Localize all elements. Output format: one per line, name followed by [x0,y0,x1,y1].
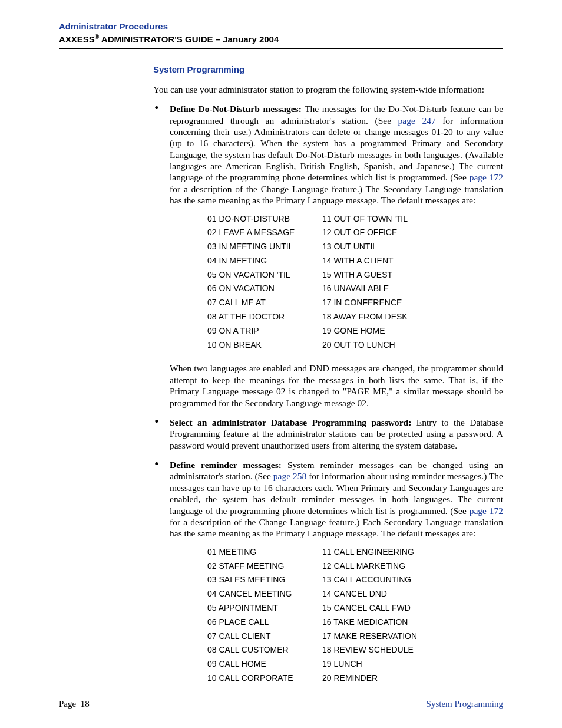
cell: 17 IN CONFERENCE [322,296,437,310]
table-row: 04 IN MEETING14 WITH A CLIENT [207,254,503,268]
cell: 18 AWAY FROM DESK [322,310,437,324]
header-rule [59,48,503,49]
section-heading: System Programming [153,64,503,75]
table-row: 08 AT THE DOCTOR18 AWAY FROM DESK [207,310,503,324]
cell: 15 WITH A GUEST [322,268,437,282]
table-row: 10 CALL CORPORATE20 REMINDER [207,671,503,686]
table-row: 03 SALES MEETING13 CALL ACCOUNTING [207,573,503,587]
header-doc-title: AXXESS® ADMINISTRATOR'S GUIDE – January … [59,34,503,44]
cell: 19 LUNCH [322,657,437,671]
cell: 10 ON BREAK [207,338,322,353]
page-footer: Page 18 System Programming [59,699,503,709]
page-num-value: 18 [81,699,90,709]
cell: 02 STAFF MEETING [207,559,322,574]
cell: 06 ON VACATION [207,282,322,296]
cell: 13 OUT UNTIL [322,240,437,254]
cell: 10 CALL CORPORATE [207,671,322,686]
table-row: 07 CALL CLIENT17 MAKE RESERVATION [207,630,503,644]
cell: 03 SALES MEETING [207,573,322,587]
table-row: 06 PLACE CALL16 TAKE MEDICATION [207,615,503,630]
bullet-lead: Define reminder messages: [170,460,282,470]
intro-paragraph: You can use your administrator station t… [153,84,503,95]
cell: 20 REMINDER [322,671,437,686]
page-link-247[interactable]: page 247 [398,116,436,126]
bullet-db-password: Select an administrator Database Program… [153,417,503,451]
cell: 06 PLACE CALL [207,615,322,630]
cell: 07 CALL ME AT [207,296,322,310]
table-row: 01 MEETING11 CALL ENGINEERING [207,545,503,559]
page-number: Page 18 [59,699,90,709]
table-row: 03 IN MEETING UNTIL13 OUT UNTIL [207,240,503,254]
cell: 15 CANCEL CALL FWD [322,601,437,615]
doc-subtitle: ADMINISTRATOR'S GUIDE – January 2004 [99,34,279,44]
cell: 14 CANCEL DND [322,587,437,601]
table-row: 09 ON A TRIP19 GONE HOME [207,324,503,338]
cell: 17 MAKE RESERVATION [322,630,437,644]
cell: 04 IN MEETING [207,254,322,268]
footer-section-link[interactable]: System Programming [427,699,503,709]
header-section-title: Administrator Procedures [59,21,503,31]
table-row: 07 CALL ME AT17 IN CONFERENCE [207,296,503,310]
cell: 19 GONE HOME [322,324,437,338]
cell: 18 REVIEW SCHEDULE [322,643,437,657]
table-row: 05 ON VACATION 'TIL15 WITH A GUEST [207,268,503,282]
table-row: 09 CALL HOME19 LUNCH [207,657,503,671]
cell: 14 WITH A CLIENT [322,254,437,268]
cell: 07 CALL CLIENT [207,630,322,644]
table-row: 04 CANCEL MEETING14 CANCEL DND [207,587,503,601]
dnd-messages-table: 01 DO-NOT-DISTURB11 OUT OF TOWN 'TIL 02 … [207,212,503,353]
table-row: 05 APPOINTMENT15 CANCEL CALL FWD [207,601,503,615]
cell: 01 MEETING [207,545,322,559]
body-text: for a description of the Change Language… [170,517,503,538]
body-text: for a description of the Change Language… [170,184,503,205]
cell: 13 CALL ACCOUNTING [322,573,437,587]
product-name: AXXESS [59,34,95,44]
bullet-lead: Define Do-Not-Disturb messages: [170,104,302,114]
table-row: 02 STAFF MEETING12 CALL MARKETING [207,559,503,574]
page-link-172[interactable]: page 172 [470,172,503,182]
body-text: When two languages are enabled and DND m… [170,363,503,409]
table-row: 08 CALL CUSTOMER18 REVIEW SCHEDULE [207,643,503,657]
table-row: 10 ON BREAK20 OUT TO LUNCH [207,338,503,353]
cell: 03 IN MEETING UNTIL [207,240,322,254]
reminder-messages-table: 01 MEETING11 CALL ENGINEERING 02 STAFF M… [207,545,503,686]
cell: 12 OUT OF OFFICE [322,226,437,240]
table-row: 06 ON VACATION16 UNAVAILABLE [207,282,503,296]
bullet-dnd-messages: Define Do-Not-Disturb messages: The mess… [153,103,503,409]
page-link-172[interactable]: page 172 [470,506,503,516]
cell: 11 CALL ENGINEERING [322,545,437,559]
bullet-lead: Select an administrator Database Program… [170,417,411,427]
cell: 16 TAKE MEDICATION [322,615,437,630]
cell: 12 CALL MARKETING [322,559,437,574]
page-label: Page [59,699,76,709]
cell: 02 LEAVE A MESSAGE [207,226,322,240]
cell: 08 AT THE DOCTOR [207,310,322,324]
cell: 04 CANCEL MEETING [207,587,322,601]
cell: 09 ON A TRIP [207,324,322,338]
page-link-258[interactable]: page 258 [273,471,306,481]
cell: 11 OUT OF TOWN 'TIL [322,212,437,226]
cell: 08 CALL CUSTOMER [207,643,322,657]
cell: 05 APPOINTMENT [207,601,322,615]
cell: 05 ON VACATION 'TIL [207,268,322,282]
cell: 16 UNAVAILABLE [322,282,437,296]
cell: 09 CALL HOME [207,657,322,671]
table-row: 02 LEAVE A MESSAGE12 OUT OF OFFICE [207,226,503,240]
cell: 20 OUT TO LUNCH [322,338,437,353]
cell: 01 DO-NOT-DISTURB [207,212,322,226]
table-row: 01 DO-NOT-DISTURB11 OUT OF TOWN 'TIL [207,212,503,226]
bullet-reminder-messages: Define reminder messages: System reminde… [153,459,503,686]
